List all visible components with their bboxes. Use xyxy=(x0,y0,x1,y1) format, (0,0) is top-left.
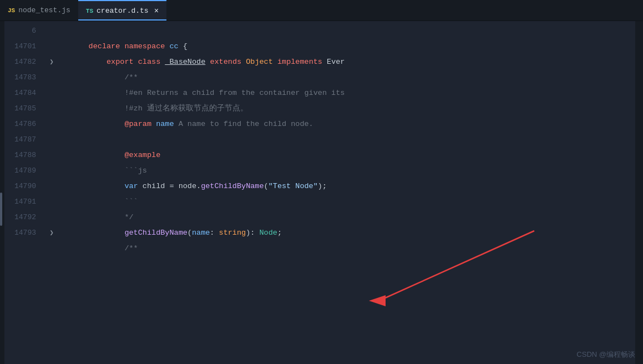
line-num-14786: 14786 xyxy=(4,117,36,132)
line-num-14791: 14791 xyxy=(4,194,36,210)
watermark: CSDN @编程畅谈 xyxy=(576,350,635,360)
svg-line-0 xyxy=(379,231,534,301)
code-line-14787: @example xyxy=(57,132,635,148)
tab-creator-d-ts-label: creator.d.ts xyxy=(97,7,149,15)
js-icon: JS xyxy=(8,7,15,14)
code-content[interactable]: declare namespace cc { export class _Bas… xyxy=(57,21,635,364)
line-num-14701: 14701 xyxy=(4,39,36,54)
fold-column: ❯ ❯ xyxy=(46,21,57,364)
line-num-14783: 14783 xyxy=(4,70,36,85)
tab-node-test[interactable]: JS node_test.js xyxy=(0,0,78,21)
line-num-14792: 14792 xyxy=(4,210,36,225)
fold-14701 xyxy=(46,39,57,54)
fold-14790 xyxy=(46,179,57,194)
line-num-6: 6 xyxy=(4,23,36,39)
fold-14787 xyxy=(46,132,57,148)
fold-14793[interactable]: ❯ xyxy=(46,225,57,241)
line-num-14793: 14793 xyxy=(4,225,36,241)
code-line-14791: */ xyxy=(57,194,635,210)
line-num-14790: 14790 xyxy=(4,179,36,194)
line-num-14788: 14788 xyxy=(4,148,36,163)
line-numbers: 6 14701 14782 14783 14784 14785 14786 14… xyxy=(4,21,46,364)
fold-14786 xyxy=(46,117,57,132)
tab-node-test-label: node_test.js xyxy=(18,6,70,14)
left-scrollbar[interactable] xyxy=(0,21,4,364)
fold-14792 xyxy=(46,210,57,225)
fold-14791 xyxy=(46,194,57,210)
editor-area: 6 14701 14782 14783 14784 14785 14786 14… xyxy=(0,21,643,364)
tab-creator-d-ts[interactable]: TS creator.d.ts × xyxy=(78,0,166,21)
scroll-thumb xyxy=(0,193,2,226)
fold-14783 xyxy=(46,70,57,85)
fold-14785 xyxy=(46,101,57,117)
right-scrollbar[interactable] xyxy=(635,21,643,364)
line-num-14789: 14789 xyxy=(4,163,36,179)
tab-close-button[interactable]: × xyxy=(154,7,159,16)
line-num-14784: 14784 xyxy=(4,85,36,101)
code-line-14783: !#en Returns a child from the container … xyxy=(57,70,635,85)
line-num-14787: 14787 xyxy=(4,132,36,148)
line-num-14782: 14782 xyxy=(4,54,36,70)
line-num-14785: 14785 xyxy=(4,101,36,117)
code-line-6: declare namespace cc { xyxy=(57,23,635,39)
fold-14789 xyxy=(46,163,57,179)
tab-bar: JS node_test.js TS creator.d.ts × xyxy=(0,0,643,21)
code-line-14792: getChildByName(name: string): Node; xyxy=(57,210,635,225)
ts-icon: TS xyxy=(86,8,93,14)
fold-14784 xyxy=(46,85,57,101)
fold-6 xyxy=(46,23,57,39)
fold-14788 xyxy=(46,148,57,163)
fold-14782[interactable]: ❯ xyxy=(46,54,57,70)
svg-marker-1 xyxy=(369,295,386,306)
